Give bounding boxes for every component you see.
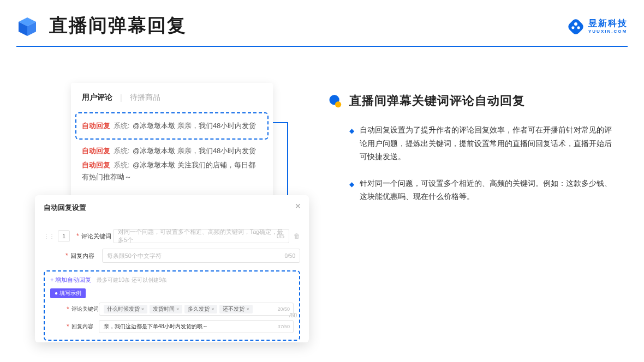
required-mark: *	[67, 305, 69, 313]
cube-icon	[16, 15, 38, 37]
example-badge: ● 填写示例	[50, 288, 86, 298]
comment-text: @冰墩墩本墩 亲亲，我们48小时内发货	[133, 147, 256, 155]
header-divider	[16, 46, 628, 47]
reply-placeholder: 每条限50个中文字符	[107, 252, 162, 260]
auto-reply-tag: 自动回复	[82, 147, 110, 155]
diamond-icon: ◆	[349, 179, 354, 203]
example-box: + 增加自动回复 最多可建10条 还可以创建9条 ● 填写示例 * 评论关键词 …	[44, 270, 300, 341]
page-title: 直播间弹幕回复	[49, 13, 187, 38]
auto-reply-tag: 自动回复	[82, 161, 110, 169]
add-hint: 最多可建10条 还可以创建9条	[97, 277, 167, 283]
brand: 昱新科技 YUUXIN.COM	[567, 17, 628, 36]
tab-pending-goods[interactable]: 待播商品	[130, 93, 160, 102]
comments-card: 用户评论 | 待播商品 自动回复 系统: @冰墩墩本墩 亲亲，我们48小时内发货…	[71, 83, 273, 198]
svg-point-8	[335, 101, 341, 107]
system-tag: 系统:	[114, 147, 130, 155]
bullet-text: 针对同一个问题，可设置多个相近的、高频的关键词。例如：这款多少钱、这块能优惠吗、…	[360, 177, 617, 203]
add-auto-reply-link[interactable]: + 增加自动回复	[50, 276, 91, 283]
tab-row: 用户评论 | 待播商品	[82, 93, 262, 102]
outer-count: /50	[289, 312, 297, 318]
keyword-count: 0/5	[277, 233, 284, 239]
comment-text: @冰墩墩本墩 亲亲，我们48小时内发货	[133, 122, 256, 130]
required-mark: *	[65, 252, 68, 260]
keyword-label: 评论关键词	[81, 232, 113, 240]
connector	[273, 122, 288, 123]
auto-reply-tag: 自动回复	[82, 122, 110, 130]
tag-chip[interactable]: 发货时间×	[150, 305, 182, 313]
delete-icon[interactable]: 🗑	[294, 232, 300, 240]
reply-count: 0/50	[285, 253, 295, 259]
comment-line: 自动回复 系统: @冰墩墩本墩 亲亲，我们48小时内发货	[82, 120, 262, 132]
system-tag: 系统:	[114, 161, 130, 169]
svg-point-4	[574, 22, 577, 26]
tag-chip[interactable]: 什么时候发货×	[104, 305, 147, 313]
ex-reply-count: 37/50	[277, 324, 290, 329]
chat-bubble-icon	[327, 94, 343, 109]
comment-line: 自动回复 系统: @冰墩墩本墩 关注我们的店铺，每日都有热门推荐呦～	[82, 159, 262, 183]
tab-divider: |	[120, 93, 122, 102]
ex-reply-label: 回复内容	[71, 323, 99, 330]
tag-chip[interactable]: 还不发货×	[219, 305, 252, 313]
keyword-input[interactable]: 对同一个问题，可设置多个相近、高频的关键词，Tag确定，最多5个 0/5	[113, 229, 289, 243]
drag-handle-icon[interactable]: ⋮⋮	[44, 233, 55, 239]
required-mark: *	[67, 323, 69, 330]
bullet-item: ◆ 针对同一个问题，可设置多个相近的、高频的关键词。例如：这款多少钱、这块能优惠…	[349, 177, 617, 203]
brand-name-en: YUUXIN.COM	[588, 29, 628, 34]
svg-rect-3	[567, 17, 585, 36]
keyword-placeholder: 对同一个问题，可设置多个相近、高频的关键词，Tag确定，最多5个	[118, 228, 284, 244]
reply-input[interactable]: 每条限50个中文字符 0/50	[102, 249, 300, 263]
bullet-text: 自动回复设置为了提升作者的评论回复效率，作者可在开播前针对常见的评论用户问题，提…	[360, 123, 617, 164]
required-mark: *	[76, 232, 79, 240]
ex-keyword-count: 20/50	[277, 306, 290, 312]
auto-reply-settings-modal: 自动回复设置 ✕ ⋮⋮ 1 * 评论关键词 对同一个问题，可设置多个相近、高频的…	[35, 195, 309, 342]
reply-label: 回复内容	[70, 252, 102, 260]
right-content: 直播间弹幕关键词评论自动回复 ◆ 自动回复设置为了提升作者的评论回复效率，作者可…	[327, 93, 617, 216]
diamond-icon: ◆	[349, 125, 354, 164]
tab-user-comments[interactable]: 用户评论	[82, 93, 112, 102]
svg-point-5	[571, 26, 574, 29]
ex-keyword-label: 评论关键词	[71, 305, 99, 313]
comment-line: 自动回复 系统: @冰墩墩本墩 亲亲，我们48小时内发货	[82, 145, 262, 157]
brand-name-cn: 昱新科技	[588, 19, 628, 28]
ex-reply-text: 亲，我们这边都是下单48小时内发货的哦～	[104, 323, 208, 330]
system-tag: 系统:	[114, 122, 130, 130]
brand-logo-icon	[567, 17, 585, 36]
svg-point-6	[577, 26, 580, 29]
rule-index: 1	[58, 230, 70, 242]
modal-title: 自动回复设置	[44, 203, 300, 213]
section-title: 直播间弹幕关键词评论自动回复	[349, 93, 617, 109]
ex-keyword-input: 什么时候发货× 发货时间× 多久发货× 还不发货× 20/50	[99, 303, 294, 316]
highlighted-comment-box: 自动回复 系统: @冰墩墩本墩 亲亲，我们48小时内发货	[75, 112, 269, 140]
close-icon[interactable]: ✕	[295, 202, 301, 210]
tag-chip[interactable]: 多久发货×	[184, 305, 217, 313]
ex-reply-input: 亲，我们这边都是下单48小时内发货的哦～ 37/50	[99, 320, 294, 333]
bullet-item: ◆ 自动回复设置为了提升作者的评论回复效率，作者可在开播前针对常见的评论用户问题…	[349, 123, 617, 164]
